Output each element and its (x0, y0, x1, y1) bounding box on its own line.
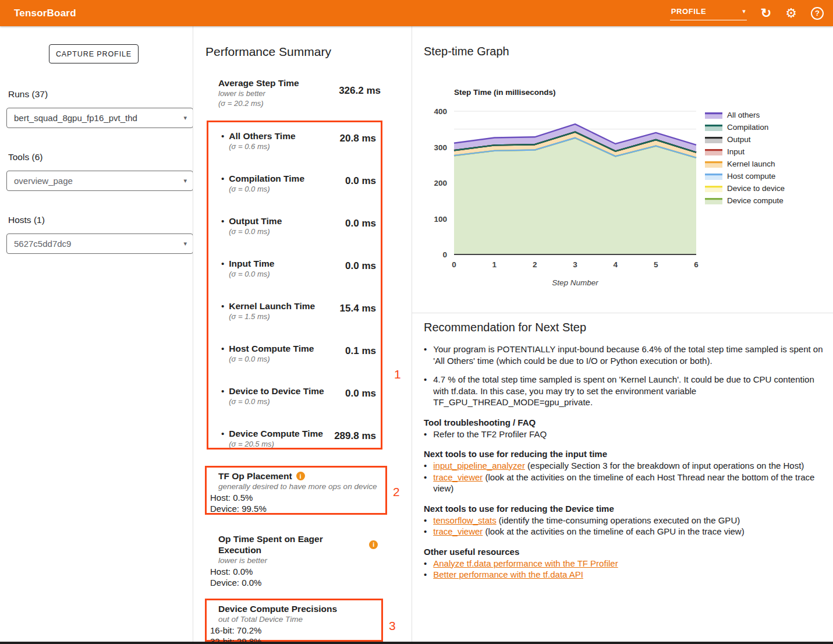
dashboard-selector-value: PROFILE (671, 7, 707, 16)
runs-select-value: bert_squad_8gpu_fp16_pvt_thd (14, 113, 137, 123)
tools-select-value: overview_page (14, 176, 73, 186)
tf-op-placement-title: TF Op Placement (218, 470, 292, 482)
rec-link[interactable]: trace_viewer (433, 472, 483, 482)
svg-text:Step Number: Step Number (552, 278, 598, 287)
list-item: Device: 0.0% (210, 577, 378, 588)
svg-text:Kernel launch: Kernel launch (727, 160, 775, 168)
metric-sigma: (σ = 0.0 ms) (229, 397, 324, 406)
tf-op-placement-subtitle: generally desired to have more ops on de… (218, 482, 382, 491)
rec-text: (look at the activities on the timeline … (483, 526, 744, 536)
svg-text:3: 3 (573, 260, 577, 269)
metric-value: 15.4 ms (340, 303, 376, 321)
step-time-chart[interactable]: Step Time (in milliseconds)0100200300400… (412, 26, 833, 313)
metric-value: 326.2 ms (339, 85, 381, 108)
rec-text: Refer to the TF2 Profiler FAQ (433, 429, 547, 439)
gear-icon[interactable]: ⚙ (785, 7, 797, 20)
device-compute-precisions-subtitle: out of Total Device Time (218, 614, 378, 624)
tensorboard-profile-page: TensorBoard PROFILE ▾ ↻ ⚙ ? CAPTURE PROF… (0, 0, 833, 644)
chevron-down-icon: ▾ (183, 114, 187, 122)
annotation-number-3: 3 (389, 619, 396, 633)
svg-text:0: 0 (442, 250, 447, 259)
info-icon[interactable]: i (296, 472, 305, 480)
svg-text:Step Time (in milliseconds): Step Time (in milliseconds) (454, 88, 556, 97)
hosts-select[interactable]: 5627c5dd7dc9 ▾ (6, 233, 193, 254)
metric-row: Input Time(σ = 0.0 ms)0.0 ms (221, 258, 376, 279)
recommendation-bullets: Your program is POTENTIALLY input-bound … (424, 344, 831, 408)
metric-value: 0.0 ms (345, 218, 376, 236)
metric-label: Kernel Launch Time (229, 300, 315, 312)
hosts-select-value: 5627c5dd7dc9 (14, 239, 71, 249)
list-item: Better performance with the tf.data API (424, 569, 831, 581)
svg-text:Device compute: Device compute (727, 196, 784, 205)
metric-sigma: (σ = 20.5 ms) (229, 439, 323, 449)
rec-text: Your program is POTENTIALLY input-bound … (433, 344, 823, 366)
capture-profile-button[interactable]: CAPTURE PROFILE (49, 44, 139, 63)
runs-select[interactable]: bert_squad_8gpu_fp16_pvt_thd ▾ (6, 108, 193, 128)
svg-text:Compilation: Compilation (727, 123, 768, 132)
rec-link[interactable]: input_pipeline_analyzer (433, 461, 525, 470)
rec-text: (identify the time-consuming operations … (497, 515, 740, 525)
eager-execution-block: Op Time Spent on Eager Execution i lower… (207, 530, 381, 588)
recommendation-section: Recommendation for Next Step Your progra… (424, 321, 831, 581)
runs-label: Runs (37) (8, 89, 48, 100)
eager-execution-subtitle: lower is better (218, 555, 378, 565)
metric-sigma: (σ = 20.2 ms) (218, 98, 299, 108)
tools-label: Tools (6) (8, 152, 42, 162)
rec-section-heading: Next tools to use for reducing the input… (424, 449, 831, 459)
svg-text:0: 0 (452, 260, 456, 269)
svg-text:1: 1 (492, 260, 497, 269)
rec-link[interactable]: Analyze tf.data performance with the TF … (433, 558, 618, 568)
metric-label: Compilation Time (229, 173, 304, 184)
list-item: Your program is POTENTIALLY input-bound … (424, 344, 831, 366)
svg-text:6: 6 (694, 260, 699, 269)
list-item: 4.7 % of the total step time sampled is … (424, 374, 831, 408)
annotation-number-2: 2 (393, 485, 400, 499)
refresh-icon[interactable]: ↻ (761, 7, 771, 20)
divider-recommendation (412, 313, 833, 313)
list-item: trace_viewer (look at the activities on … (424, 526, 831, 537)
rec-link[interactable]: Better performance with the tf.data API (433, 569, 583, 579)
svg-text:100: 100 (434, 215, 447, 224)
metric-row: Kernel Launch Time(σ = 1.5 ms)15.4 ms (221, 300, 376, 321)
metric-value: 20.8 ms (340, 133, 376, 151)
metric-sigma: (σ = 0.0 ms) (229, 184, 304, 194)
svg-text:300: 300 (434, 143, 447, 152)
svg-text:4: 4 (614, 260, 618, 269)
rec-link[interactable]: tensorflow_stats (433, 515, 496, 525)
metric-label: Input Time (229, 258, 274, 269)
metric-label: Device Compute Time (229, 428, 323, 439)
metric-value: 0.0 ms (345, 388, 376, 406)
chevron-down-icon: ▾ (183, 177, 187, 185)
metric-sigma: (σ = 1.5 ms) (229, 312, 315, 321)
rec-section-heading: Tool troubleshooting / FAQ (424, 417, 831, 427)
annotation-box-1: All Others Time(σ = 0.6 ms)20.8 msCompil… (207, 121, 382, 450)
svg-text:Input: Input (727, 147, 745, 156)
tools-select[interactable]: overview_page ▾ (6, 171, 193, 191)
annotation-number-1: 1 (394, 367, 401, 381)
list-item: trace_viewer (look at the activities on … (424, 472, 831, 494)
svg-text:200: 200 (434, 179, 447, 187)
chevron-down-icon: ▾ (183, 240, 187, 247)
list-item: Analyze tf.data performance with the TF … (424, 558, 831, 569)
metric-sigma: (σ = 0.0 ms) (229, 269, 274, 279)
metric-value: 289.8 ms (334, 430, 376, 449)
rec-section-heading: Next tools to use for reducing the Devic… (424, 504, 831, 514)
rec-text: 4.7 % of the total step time sampled is … (433, 374, 814, 407)
rec-link[interactable]: trace_viewer (433, 526, 483, 536)
info-icon[interactable]: i (369, 540, 378, 549)
metric-row: Device Compute Time(σ = 20.5 ms)289.8 ms (221, 428, 376, 449)
list-item: Device: 99.5% (210, 503, 382, 514)
dashboard-selector[interactable]: PROFILE ▾ (670, 6, 747, 20)
svg-text:All others: All others (727, 111, 760, 119)
metric-sigma: (σ = 0.0 ms) (229, 354, 314, 364)
help-icon[interactable]: ? (811, 7, 824, 20)
metric-sigma: (σ = 0.6 ms) (229, 141, 295, 151)
average-step-time-row: Average Step Time lower is better (σ = 2… (218, 77, 381, 108)
rec-text: (look at the activities on the timeline … (433, 472, 814, 494)
rec-text: (especially Section 3 for the breakdown … (525, 461, 804, 470)
metric-sigma: (σ = 0.0 ms) (229, 227, 282, 236)
step-time-chart-canvas[interactable]: Step Time (in milliseconds)0100200300400… (412, 26, 833, 313)
annotation-box-2: TF Op Placement i generally desired to h… (205, 466, 387, 515)
recommendation-subsections: Tool troubleshooting / FAQRefer to the T… (424, 417, 831, 581)
metric-label: Host Compute Time (229, 343, 314, 354)
